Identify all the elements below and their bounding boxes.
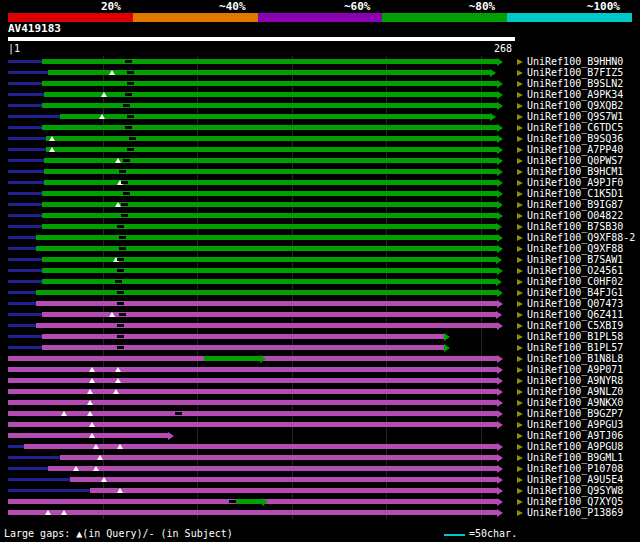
hit-link-arrow[interactable] — [517, 191, 523, 197]
hit-label[interactable]: UniRef100_B7SAW1 — [527, 254, 623, 265]
hit-label[interactable]: UniRef100_Q9XF88 — [527, 243, 623, 254]
hit-link-arrow[interactable] — [517, 213, 523, 219]
hit-link-arrow[interactable] — [517, 92, 523, 98]
hit-bar[interactable] — [42, 279, 496, 284]
hit-label[interactable]: UniRef100_A9NKX0 — [527, 397, 623, 408]
hit-link-arrow[interactable] — [517, 389, 523, 395]
hit-label[interactable]: UniRef100_A9PGU3 — [527, 419, 623, 430]
hit-label[interactable]: UniRef100_A9NLZ0 — [527, 386, 623, 397]
hit-label[interactable]: UniRef100_Q7XYQ5 — [527, 496, 623, 507]
hit-link-arrow[interactable] — [517, 70, 523, 76]
hit-bar[interactable] — [36, 235, 497, 240]
hit-label[interactable]: UniRef100_Q0PWS7 — [527, 155, 623, 166]
hit-label[interactable]: UniRef100_Q9S7W1 — [527, 111, 623, 122]
hit-label[interactable]: UniRef100_B1N8L8 — [527, 353, 623, 364]
hit-bar[interactable] — [36, 323, 497, 328]
hit-link-arrow[interactable] — [517, 147, 523, 153]
hit-label[interactable]: UniRef100_B7FIZ5 — [527, 67, 623, 78]
hit-label[interactable]: UniRef100_Q9XF88-2 — [527, 232, 635, 243]
hit-link-arrow[interactable] — [517, 268, 523, 274]
hit-label[interactable]: UniRef100_Q6Z411 — [527, 309, 623, 320]
hit-link-arrow[interactable] — [517, 477, 523, 483]
hit-bar[interactable] — [42, 103, 497, 108]
hit-label[interactable]: UniRef100_P10708 — [527, 463, 623, 474]
hit-link-arrow[interactable] — [517, 433, 523, 439]
hit-subsegment[interactable] — [236, 499, 262, 504]
hit-label[interactable]: UniRef100_O24561 — [527, 265, 623, 276]
hit-label[interactable]: UniRef100_C6TDC5 — [527, 122, 623, 133]
hit-link-arrow[interactable] — [517, 444, 523, 450]
hit-label[interactable]: UniRef100_B9GML1 — [527, 452, 623, 463]
hit-label[interactable]: UniRef100_A7PP40 — [527, 144, 623, 155]
hit-label[interactable]: UniRef100_Q07473 — [527, 298, 623, 309]
hit-bar[interactable] — [42, 213, 497, 218]
hit-bar[interactable] — [8, 389, 497, 394]
hit-link-arrow[interactable] — [517, 466, 523, 472]
hit-link-arrow[interactable] — [517, 290, 523, 296]
hit-bar[interactable] — [8, 433, 168, 438]
hit-label[interactable]: UniRef100_O04822 — [527, 210, 623, 221]
hit-link-arrow[interactable] — [517, 169, 523, 175]
hit-link-arrow[interactable] — [517, 114, 523, 120]
hit-bar[interactable] — [42, 125, 497, 130]
hit-bar[interactable] — [42, 257, 496, 262]
hit-bar[interactable] — [8, 411, 497, 416]
hit-bar[interactable] — [42, 224, 496, 229]
hit-link-arrow[interactable] — [517, 488, 523, 494]
hit-link-arrow[interactable] — [517, 400, 523, 406]
hit-label[interactable]: UniRef100_B9SLN2 — [527, 78, 623, 89]
hit-label[interactable]: UniRef100_P13869 — [527, 507, 623, 518]
hit-link-arrow[interactable] — [517, 235, 523, 241]
hit-link-arrow[interactable] — [517, 158, 523, 164]
hit-bar[interactable] — [44, 180, 497, 185]
hit-link-arrow[interactable] — [517, 312, 523, 318]
hit-link-arrow[interactable] — [517, 59, 523, 65]
hit-link-arrow[interactable] — [517, 279, 523, 285]
hit-link-arrow[interactable] — [517, 422, 523, 428]
hit-label[interactable]: UniRef100_B7SB30 — [527, 221, 623, 232]
hit-bar[interactable] — [44, 169, 497, 174]
hit-bar[interactable] — [70, 477, 497, 482]
hit-label[interactable]: UniRef100_Q9SYW8 — [527, 485, 623, 496]
hit-bar[interactable] — [60, 114, 490, 119]
hit-link-arrow[interactable] — [517, 510, 523, 516]
hit-label[interactable]: UniRef100_Q9XQB2 — [527, 100, 623, 111]
hit-link-arrow[interactable] — [517, 345, 523, 351]
hit-bar[interactable] — [8, 367, 497, 372]
hit-bar[interactable] — [8, 510, 497, 515]
hit-bar[interactable] — [44, 158, 497, 163]
hit-bar[interactable] — [36, 246, 497, 251]
hit-bar[interactable] — [42, 59, 497, 64]
hit-link-arrow[interactable] — [517, 180, 523, 186]
hit-link-arrow[interactable] — [517, 257, 523, 263]
hit-label[interactable]: UniRef100_B9HCM1 — [527, 166, 623, 177]
hit-label[interactable]: UniRef100_A9NYR8 — [527, 375, 623, 386]
hit-label[interactable]: UniRef100_B9HHN0 — [527, 56, 623, 67]
hit-link-arrow[interactable] — [517, 367, 523, 373]
hit-link-arrow[interactable] — [517, 499, 523, 505]
hit-bar[interactable] — [42, 202, 497, 207]
hit-bar[interactable] — [46, 136, 497, 141]
hit-subsegment[interactable] — [204, 356, 260, 361]
hit-label[interactable]: UniRef100_B9GZP7 — [527, 408, 623, 419]
hit-label[interactable]: UniRef100_A9U5E4 — [527, 474, 623, 485]
hit-bar[interactable] — [60, 455, 497, 460]
hit-label[interactable]: UniRef100_C0HF02 — [527, 276, 623, 287]
hit-bar[interactable] — [42, 81, 497, 86]
hit-link-arrow[interactable] — [517, 103, 523, 109]
hit-link-arrow[interactable] — [517, 224, 523, 230]
hit-bar[interactable] — [42, 268, 497, 273]
hit-link-arrow[interactable] — [517, 356, 523, 362]
hit-bar[interactable] — [46, 147, 497, 152]
hit-link-arrow[interactable] — [517, 455, 523, 461]
hit-bar[interactable] — [42, 345, 444, 350]
hit-link-arrow[interactable] — [517, 125, 523, 131]
hit-label[interactable]: UniRef100_B1PL58 — [527, 331, 623, 342]
hit-label[interactable]: UniRef100_C5XBI9 — [527, 320, 623, 331]
hit-label[interactable]: UniRef100_B9SQ36 — [527, 133, 623, 144]
hit-link-arrow[interactable] — [517, 136, 523, 142]
hit-link-arrow[interactable] — [517, 202, 523, 208]
hit-link-arrow[interactable] — [517, 411, 523, 417]
hit-link-arrow[interactable] — [517, 301, 523, 307]
hit-link-arrow[interactable] — [517, 323, 523, 329]
